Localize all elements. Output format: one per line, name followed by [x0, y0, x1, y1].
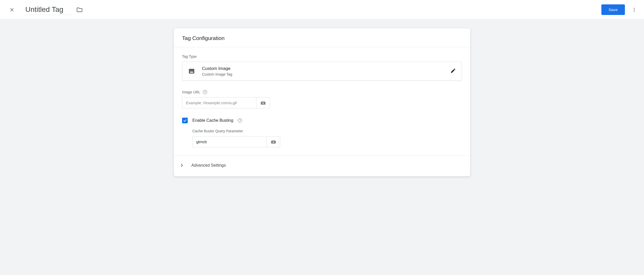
- tag-type-selector[interactable]: Custom Image Custom Image Tag: [182, 62, 462, 81]
- svg-rect-18: [273, 141, 273, 142]
- cache-busting-help-icon[interactable]: ?: [238, 118, 242, 123]
- image-url-help-icon[interactable]: ?: [203, 90, 207, 94]
- advanced-settings-label: Advanced Settings: [191, 163, 226, 168]
- panel-title: Tag Configuration: [174, 28, 470, 47]
- svg-rect-12: [263, 102, 263, 103]
- check-icon: [183, 118, 187, 123]
- cache-busting-checkbox[interactable]: [182, 118, 188, 123]
- svg-rect-10: [264, 101, 265, 102]
- image-url-input[interactable]: [182, 97, 256, 108]
- svg-point-3: [634, 9, 634, 10]
- variable-brick-icon: [271, 140, 276, 144]
- chevron-right-icon: [179, 163, 185, 168]
- tag-type-subtitle: Custom Image Tag: [202, 72, 450, 76]
- svg-point-4: [634, 11, 634, 12]
- more-vert-icon: [632, 7, 637, 12]
- close-icon: [9, 7, 14, 12]
- svg-rect-17: [273, 142, 274, 143]
- editor-canvas: Tag Configuration Tag Type Custom Image …: [0, 20, 644, 275]
- tag-type-name: Custom Image: [202, 66, 450, 71]
- svg-rect-8: [261, 101, 262, 102]
- svg-rect-14: [272, 140, 272, 141]
- save-button[interactable]: Save: [601, 4, 625, 15]
- svg-rect-15: [273, 140, 274, 141]
- tag-configuration-panel: Tag Configuration Tag Type Custom Image …: [174, 28, 470, 176]
- tag-type-label: Tag Type: [182, 54, 462, 59]
- cache-busting-label: Enable Cache Busting: [192, 118, 233, 123]
- cache-param-label: Cache Buster Query Parameter: [192, 129, 462, 133]
- pencil-icon: [450, 68, 456, 74]
- variable-brick-icon: [260, 101, 266, 105]
- svg-rect-9: [263, 101, 263, 102]
- tag-name-input[interactable]: [25, 4, 71, 15]
- svg-rect-5: [189, 69, 194, 74]
- svg-point-2: [634, 8, 634, 9]
- editor-header: Save: [0, 0, 644, 20]
- advanced-settings-expander[interactable]: Advanced Settings: [174, 156, 470, 176]
- close-button[interactable]: [6, 4, 18, 15]
- cache-param-variable-button[interactable]: [267, 136, 280, 147]
- svg-rect-11: [263, 103, 264, 104]
- folder-icon: [76, 6, 83, 13]
- more-menu-button[interactable]: [629, 4, 640, 15]
- cache-param-input[interactable]: [192, 136, 267, 147]
- edit-tag-type-button[interactable]: [450, 68, 456, 75]
- image-url-variable-button[interactable]: [256, 97, 270, 108]
- svg-rect-16: [274, 140, 275, 141]
- image-url-label: Image URL ?: [182, 90, 462, 94]
- image-icon: [188, 68, 195, 75]
- folder-button[interactable]: [75, 5, 84, 14]
